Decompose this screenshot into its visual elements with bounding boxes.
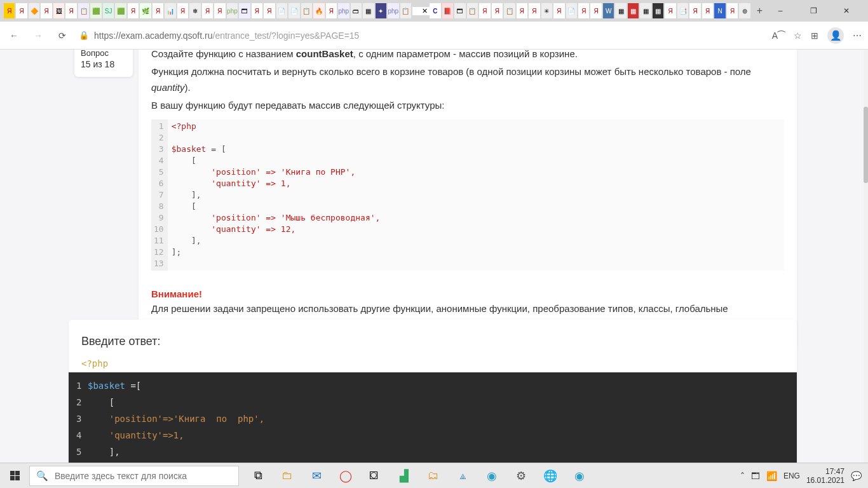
- tab-item[interactable]: N: [714, 3, 725, 18]
- tab-item[interactable]: 📋: [301, 3, 312, 18]
- taskbar-dropbox-icon[interactable]: ⛋: [362, 463, 388, 489]
- tab-item[interactable]: 🗃: [351, 3, 362, 18]
- tab-item[interactable]: W: [603, 3, 614, 18]
- read-aloud-icon[interactable]: A⁀: [772, 30, 785, 41]
- tab-item[interactable]: ▦: [653, 3, 663, 18]
- taskbar-yandex-icon[interactable]: ◯: [333, 463, 358, 489]
- tab-item[interactable]: 🖼: [53, 3, 64, 18]
- tab-item[interactable]: ▦: [615, 3, 626, 18]
- tab-item[interactable]: ▦: [363, 3, 374, 18]
- tab-item[interactable]: Я: [578, 3, 589, 18]
- profile-avatar[interactable]: 👤: [827, 27, 844, 44]
- tray-notifications-icon[interactable]: 💬: [851, 471, 862, 481]
- tab-item[interactable]: Я: [665, 3, 675, 18]
- tab-item[interactable]: 📕: [442, 3, 453, 18]
- tab-item[interactable]: 📄: [566, 3, 577, 18]
- taskbar-app-icon[interactable]: ▟: [391, 463, 417, 489]
- tab-item[interactable]: Я: [553, 3, 564, 18]
- more-icon[interactable]: ⋯: [853, 30, 862, 41]
- tab-item[interactable]: php: [338, 3, 349, 18]
- taskbar-folder-icon[interactable]: 🗂: [421, 463, 446, 489]
- taskbar-settings-icon[interactable]: ⚙: [508, 463, 534, 489]
- tray-clock[interactable]: 17:47 16.01.2021: [806, 467, 844, 485]
- tab-item[interactable]: Я: [264, 3, 275, 18]
- tab-item[interactable]: ⊚: [739, 3, 750, 18]
- tab-item[interactable]: Я: [16, 3, 27, 18]
- favorite-icon[interactable]: ☆: [794, 30, 802, 41]
- tab-item[interactable]: Я: [214, 3, 225, 18]
- window-maximize[interactable]: ❐: [801, 2, 826, 20]
- code-editor[interactable]: 1$basket =[ 2 [ 3 'position'=>'Книга по …: [69, 372, 797, 463]
- taskbar-edge2-icon[interactable]: ◉: [567, 463, 592, 489]
- vertical-scrollbar[interactable]: [864, 50, 868, 463]
- collections-icon[interactable]: ⊞: [811, 30, 818, 41]
- taskbar-globe-icon[interactable]: 🌐: [538, 463, 563, 489]
- tab-item[interactable]: Я: [689, 3, 700, 18]
- tab-item[interactable]: 🔥: [313, 3, 324, 18]
- tab-item[interactable]: Я: [177, 3, 188, 18]
- taskbar-search-input[interactable]: [55, 471, 232, 481]
- tab-item[interactable]: 🗔: [454, 3, 465, 18]
- tab-item[interactable]: Я: [479, 3, 490, 18]
- tray-battery-icon[interactable]: 🗔: [751, 471, 760, 481]
- task-view-icon[interactable]: ⧉: [245, 463, 271, 489]
- tab-item[interactable]: 🔶: [29, 3, 39, 18]
- refresh-button[interactable]: ⟳: [55, 28, 70, 43]
- new-tab-button[interactable]: +: [752, 5, 768, 17]
- tab-item[interactable]: 📋: [78, 3, 89, 18]
- tab-item[interactable]: Я: [4, 3, 15, 18]
- tab-item[interactable]: ✦: [376, 3, 386, 18]
- tab-item[interactable]: ▦: [640, 3, 651, 18]
- tab-item[interactable]: Я: [128, 3, 139, 18]
- tab-item[interactable]: Я: [517, 3, 527, 18]
- taskbar-vscode-icon[interactable]: ⟁: [450, 463, 475, 489]
- taskbar-mail-icon[interactable]: ✉: [304, 463, 329, 489]
- tab-item[interactable]: Я: [492, 3, 503, 18]
- tab-item[interactable]: 📑: [677, 3, 688, 18]
- tab-item[interactable]: Я: [65, 3, 76, 18]
- forward-button[interactable]: →: [31, 28, 46, 43]
- tray-language[interactable]: ENG: [783, 471, 800, 480]
- tab-item[interactable]: Я: [702, 3, 713, 18]
- window-minimize[interactable]: –: [768, 2, 793, 20]
- tab-item[interactable]: php: [227, 3, 238, 18]
- back-button[interactable]: ←: [6, 28, 22, 43]
- start-button[interactable]: [0, 463, 29, 489]
- tab-item[interactable]: Я: [529, 3, 539, 18]
- php-open-tag: <?php: [69, 358, 797, 372]
- tab-active[interactable]: ✕: [412, 7, 430, 15]
- url-bar[interactable]: 🔒 https://exam.academy.qsoft.ru/entrance…: [79, 30, 763, 41]
- tab-item[interactable]: php: [388, 3, 398, 18]
- tab-item[interactable]: 🟩: [90, 3, 101, 18]
- scrollbar-thumb[interactable]: [864, 107, 868, 183]
- taskbar-search[interactable]: 🔍: [29, 466, 239, 486]
- tab-item[interactable]: 📊: [165, 3, 175, 18]
- taskbar-explorer-icon[interactable]: 🗀: [275, 463, 300, 489]
- tab-item[interactable]: Я: [252, 3, 262, 18]
- tab-item[interactable]: SJ: [103, 3, 114, 18]
- close-tab-icon[interactable]: ✕: [422, 7, 428, 15]
- tab-item[interactable]: 📋: [504, 3, 515, 18]
- tray-wifi-icon[interactable]: 📶: [766, 471, 777, 481]
- tab-item[interactable]: 📋: [400, 3, 411, 18]
- tab-item[interactable]: 📄: [276, 3, 287, 18]
- window-close[interactable]: ✕: [834, 2, 859, 20]
- tray-chevron-icon[interactable]: ˄: [740, 471, 745, 481]
- tab-item[interactable]: 🗔: [239, 3, 250, 18]
- lock-icon: 🔒: [79, 30, 89, 40]
- tab-item[interactable]: ✳: [541, 3, 552, 18]
- tab-item[interactable]: Я: [326, 3, 337, 18]
- taskbar-edge-icon[interactable]: ◉: [479, 463, 505, 489]
- tab-item[interactable]: Я: [41, 3, 51, 18]
- tab-item[interactable]: Я: [590, 3, 601, 18]
- tab-item[interactable]: 🌿: [140, 3, 151, 18]
- tab-item[interactable]: ▦: [628, 3, 639, 18]
- tab-item[interactable]: C: [430, 3, 440, 18]
- tab-item[interactable]: Я: [153, 3, 163, 18]
- tab-item[interactable]: Я: [727, 3, 738, 18]
- tab-item[interactable]: ❄: [189, 3, 200, 18]
- tab-item[interactable]: 📋: [467, 3, 478, 18]
- tab-item[interactable]: Я: [202, 3, 213, 18]
- tab-item[interactable]: 📄: [288, 3, 299, 18]
- tab-item[interactable]: 🟩: [115, 3, 126, 18]
